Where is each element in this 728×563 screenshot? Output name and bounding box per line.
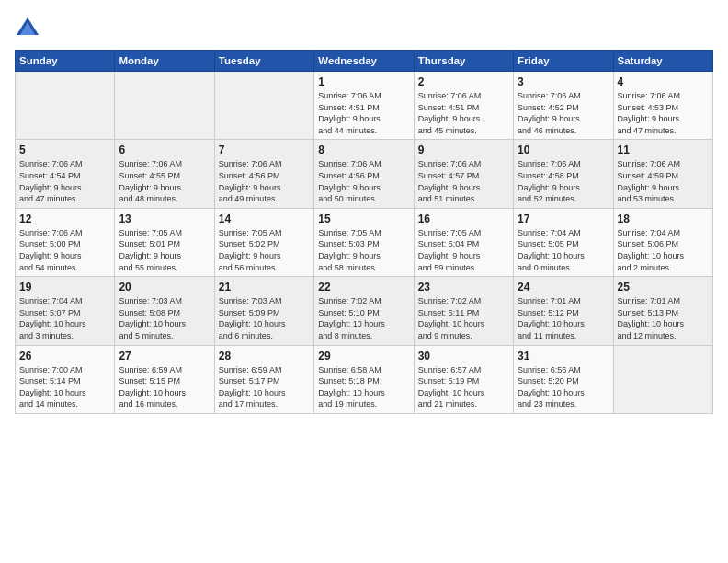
day-info: Sunrise: 7:04 AM Sunset: 5:07 PM Dayligh… <box>19 295 110 341</box>
day-cell <box>613 345 712 413</box>
day-cell: 3Sunrise: 7:06 AM Sunset: 4:52 PM Daylig… <box>514 72 613 140</box>
day-cell: 22Sunrise: 7:02 AM Sunset: 5:10 PM Dayli… <box>314 277 414 345</box>
day-info: Sunrise: 7:03 AM Sunset: 5:09 PM Dayligh… <box>219 295 310 341</box>
day-cell: 1Sunrise: 7:06 AM Sunset: 4:51 PM Daylig… <box>314 72 414 140</box>
day-number: 31 <box>518 350 609 362</box>
day-info: Sunrise: 7:03 AM Sunset: 5:08 PM Dayligh… <box>119 295 210 341</box>
day-number: 12 <box>19 213 110 225</box>
week-row-4: 19Sunrise: 7:04 AM Sunset: 5:07 PM Dayli… <box>16 277 713 345</box>
day-cell: 7Sunrise: 7:06 AM Sunset: 4:56 PM Daylig… <box>214 140 313 208</box>
day-number: 18 <box>618 213 709 225</box>
day-number: 9 <box>418 144 509 156</box>
day-number: 6 <box>119 144 210 156</box>
day-info: Sunrise: 7:05 AM Sunset: 5:04 PM Dayligh… <box>418 227 509 273</box>
day-number: 30 <box>418 350 509 362</box>
day-cell: 12Sunrise: 7:06 AM Sunset: 5:00 PM Dayli… <box>16 208 115 276</box>
day-info: Sunrise: 7:00 AM Sunset: 5:14 PM Dayligh… <box>19 364 110 410</box>
day-info: Sunrise: 7:06 AM Sunset: 4:56 PM Dayligh… <box>219 158 310 204</box>
day-cell: 31Sunrise: 6:56 AM Sunset: 5:20 PM Dayli… <box>514 345 613 413</box>
day-number: 8 <box>318 144 409 156</box>
day-number: 3 <box>518 75 609 88</box>
day-number: 29 <box>318 350 409 362</box>
day-number: 10 <box>518 144 609 156</box>
day-cell: 28Sunrise: 6:59 AM Sunset: 5:17 PM Dayli… <box>214 345 313 413</box>
day-number: 21 <box>219 281 310 293</box>
day-cell: 13Sunrise: 7:05 AM Sunset: 5:01 PM Dayli… <box>115 208 214 276</box>
week-row-5: 26Sunrise: 7:00 AM Sunset: 5:14 PM Dayli… <box>16 345 713 413</box>
day-number: 11 <box>618 144 709 156</box>
day-info: Sunrise: 7:06 AM Sunset: 4:57 PM Dayligh… <box>418 158 509 204</box>
day-number: 23 <box>418 281 509 293</box>
day-cell: 23Sunrise: 7:02 AM Sunset: 5:11 PM Dayli… <box>414 277 513 345</box>
logo-icon <box>15 15 40 40</box>
day-info: Sunrise: 7:06 AM Sunset: 4:59 PM Dayligh… <box>618 158 709 204</box>
day-number: 4 <box>618 75 709 88</box>
header <box>15 15 713 40</box>
day-cell: 10Sunrise: 7:06 AM Sunset: 4:58 PM Dayli… <box>514 140 613 208</box>
day-info: Sunrise: 7:05 AM Sunset: 5:02 PM Dayligh… <box>219 227 310 273</box>
day-info: Sunrise: 7:02 AM Sunset: 5:10 PM Dayligh… <box>318 295 409 341</box>
day-number: 14 <box>219 213 310 225</box>
day-number: 7 <box>219 144 310 156</box>
day-info: Sunrise: 7:06 AM Sunset: 4:51 PM Dayligh… <box>318 90 409 136</box>
day-info: Sunrise: 7:01 AM Sunset: 5:12 PM Dayligh… <box>518 295 609 341</box>
day-cell: 2Sunrise: 7:06 AM Sunset: 4:51 PM Daylig… <box>414 72 513 140</box>
calendar-container: SundayMondayTuesdayWednesdayThursdayFrid… <box>0 0 728 421</box>
day-number: 1 <box>318 75 409 88</box>
calendar-table: SundayMondayTuesdayWednesdayThursdayFrid… <box>15 50 713 414</box>
day-info: Sunrise: 7:04 AM Sunset: 5:05 PM Dayligh… <box>518 227 609 273</box>
day-number: 25 <box>618 281 709 293</box>
day-number: 16 <box>418 213 509 225</box>
day-info: Sunrise: 7:02 AM Sunset: 5:11 PM Dayligh… <box>418 295 509 341</box>
weekday-header-friday: Friday <box>514 51 613 72</box>
day-cell: 14Sunrise: 7:05 AM Sunset: 5:02 PM Dayli… <box>214 208 313 276</box>
weekday-header-sunday: Sunday <box>16 51 115 72</box>
day-cell: 8Sunrise: 7:06 AM Sunset: 4:56 PM Daylig… <box>314 140 414 208</box>
day-number: 22 <box>318 281 409 293</box>
day-number: 26 <box>19 350 110 362</box>
weekday-header-thursday: Thursday <box>414 51 513 72</box>
day-cell: 5Sunrise: 7:06 AM Sunset: 4:54 PM Daylig… <box>16 140 115 208</box>
weekday-header-wednesday: Wednesday <box>314 51 414 72</box>
weekday-header-monday: Monday <box>115 51 214 72</box>
day-number: 5 <box>19 144 110 156</box>
day-cell: 18Sunrise: 7:04 AM Sunset: 5:06 PM Dayli… <box>613 208 712 276</box>
day-info: Sunrise: 6:56 AM Sunset: 5:20 PM Dayligh… <box>518 364 609 410</box>
day-number: 2 <box>418 75 509 88</box>
day-cell: 20Sunrise: 7:03 AM Sunset: 5:08 PM Dayli… <box>115 277 214 345</box>
day-cell: 16Sunrise: 7:05 AM Sunset: 5:04 PM Dayli… <box>414 208 513 276</box>
day-cell <box>115 72 214 140</box>
day-cell: 27Sunrise: 6:59 AM Sunset: 5:15 PM Dayli… <box>115 345 214 413</box>
day-number: 20 <box>119 281 210 293</box>
day-cell <box>16 72 115 140</box>
day-cell: 6Sunrise: 7:06 AM Sunset: 4:55 PM Daylig… <box>115 140 214 208</box>
day-cell: 4Sunrise: 7:06 AM Sunset: 4:53 PM Daylig… <box>613 72 712 140</box>
day-number: 17 <box>518 213 609 225</box>
week-row-2: 5Sunrise: 7:06 AM Sunset: 4:54 PM Daylig… <box>16 140 713 208</box>
day-number: 15 <box>318 213 409 225</box>
day-number: 27 <box>119 350 210 362</box>
day-cell: 29Sunrise: 6:58 AM Sunset: 5:18 PM Dayli… <box>314 345 414 413</box>
week-row-3: 12Sunrise: 7:06 AM Sunset: 5:00 PM Dayli… <box>16 208 713 276</box>
day-info: Sunrise: 7:06 AM Sunset: 4:51 PM Dayligh… <box>418 90 509 136</box>
day-info: Sunrise: 6:57 AM Sunset: 5:19 PM Dayligh… <box>418 364 509 410</box>
day-cell: 19Sunrise: 7:04 AM Sunset: 5:07 PM Dayli… <box>16 277 115 345</box>
day-info: Sunrise: 7:01 AM Sunset: 5:13 PM Dayligh… <box>618 295 709 341</box>
day-cell: 21Sunrise: 7:03 AM Sunset: 5:09 PM Dayli… <box>214 277 313 345</box>
day-number: 28 <box>219 350 310 362</box>
day-info: Sunrise: 7:06 AM Sunset: 4:56 PM Dayligh… <box>318 158 409 204</box>
day-info: Sunrise: 7:06 AM Sunset: 4:53 PM Dayligh… <box>618 90 709 136</box>
day-cell: 26Sunrise: 7:00 AM Sunset: 5:14 PM Dayli… <box>16 345 115 413</box>
weekday-header-saturday: Saturday <box>613 51 712 72</box>
day-info: Sunrise: 6:59 AM Sunset: 5:15 PM Dayligh… <box>119 364 210 410</box>
day-number: 13 <box>119 213 210 225</box>
day-info: Sunrise: 7:06 AM Sunset: 4:55 PM Dayligh… <box>119 158 210 204</box>
weekday-header-tuesday: Tuesday <box>214 51 313 72</box>
day-info: Sunrise: 7:06 AM Sunset: 4:54 PM Dayligh… <box>19 158 110 204</box>
day-number: 19 <box>19 281 110 293</box>
day-cell: 9Sunrise: 7:06 AM Sunset: 4:57 PM Daylig… <box>414 140 513 208</box>
day-cell: 11Sunrise: 7:06 AM Sunset: 4:59 PM Dayli… <box>613 140 712 208</box>
day-info: Sunrise: 7:06 AM Sunset: 4:52 PM Dayligh… <box>518 90 609 136</box>
day-number: 24 <box>518 281 609 293</box>
day-info: Sunrise: 7:06 AM Sunset: 5:00 PM Dayligh… <box>19 227 110 273</box>
